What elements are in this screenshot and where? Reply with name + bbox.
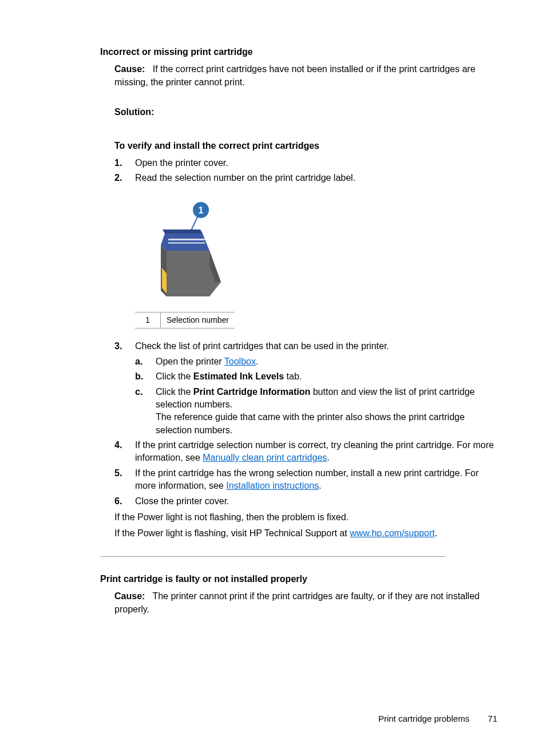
callout-text: Selection number <box>161 312 235 328</box>
step-1: 1. Open the printer cover. <box>135 157 500 169</box>
substep-c-line2: The reference guide that came with the p… <box>156 411 500 437</box>
substep-c: c. Click the Print Cartridge Information… <box>156 386 500 437</box>
step-post: . <box>319 481 321 490</box>
substep-text: Open the printer <box>156 357 224 366</box>
svg-marker-7 <box>163 229 203 233</box>
heading-faulty-cartridge: Print cartridge is faulty or not install… <box>100 573 500 585</box>
cause-text: If the correct print cartridges have not… <box>114 64 476 86</box>
substep-letter: a. <box>135 355 143 368</box>
cause-label: Cause: <box>114 64 145 74</box>
substep-b: b. Click the Estimated Ink Levels tab. <box>156 370 500 383</box>
bold-button-name: Print Cartridge Information <box>193 387 310 397</box>
page: Incorrect or missing print cartridge Cau… <box>0 0 546 756</box>
cartridge-icon: 1 <box>135 196 244 305</box>
step-number: 5. <box>114 467 122 480</box>
substep-letter: b. <box>135 370 143 383</box>
step-text: Read the selection number on the print c… <box>135 173 355 183</box>
svg-rect-8 <box>168 239 205 240</box>
substep-text: Click the <box>156 387 193 397</box>
step-number: 1. <box>114 157 122 169</box>
steps-heading: To verify and install the correct print … <box>114 140 500 152</box>
toolbox-link[interactable]: Toolbox <box>224 357 256 366</box>
substep-text: Click the <box>156 371 193 381</box>
after-para-1: If the Power light is not flashing, then… <box>114 511 500 524</box>
substep-post: . <box>256 357 258 366</box>
substep-letter: c. <box>135 386 143 398</box>
callout-table: 1 Selection number <box>135 312 235 329</box>
page-number: 71 <box>488 714 497 723</box>
cause2-text: The printer cannot print if the print ca… <box>114 591 480 613</box>
svg-rect-9 <box>168 242 205 244</box>
step-post: . <box>327 453 329 462</box>
substeps: a. Open the printer Toolbox. b. Click th… <box>135 355 500 437</box>
after2-pre: If the Power light is flashing, visit HP… <box>114 528 350 538</box>
substep-post: tab. <box>284 371 302 381</box>
svg-text:1: 1 <box>199 205 204 215</box>
step-number: 4. <box>114 439 122 452</box>
step-6: 6. Close the printer cover. <box>135 495 500 508</box>
after-para-2: If the Power light is flashing, visit HP… <box>114 527 500 540</box>
heading-incorrect-cartridge: Incorrect or missing print cartridge <box>100 46 500 58</box>
substep-a: a. Open the printer Toolbox. <box>156 355 500 368</box>
solution-label: Solution: <box>114 106 500 118</box>
step-text: Close the printer cover. <box>135 496 230 506</box>
installation-link[interactable]: Installation instructions <box>226 481 319 490</box>
callout-num: 1 <box>135 312 161 328</box>
page-footer: Print cartridge problems 71 <box>378 713 497 725</box>
hp-support-link[interactable]: www.hp.com/support <box>350 528 435 538</box>
step-text: Check the list of print cartridges that … <box>135 341 389 351</box>
cartridge-figure: 1 1 <box>135 196 500 329</box>
clean-cartridges-link[interactable]: Manually clean print cartridges <box>203 453 327 462</box>
divider <box>100 556 446 557</box>
step-2: 2. Read the selection number on the prin… <box>135 172 500 184</box>
step-number: 3. <box>114 340 122 353</box>
step-number: 2. <box>114 172 122 184</box>
step-4: 4. If the print cartridge selection numb… <box>135 439 500 465</box>
footer-text: Print cartridge problems <box>378 714 469 723</box>
cause2-label: Cause: <box>114 591 145 601</box>
step-5: 5. If the print cartridge has the wrong … <box>135 467 500 493</box>
after2-post: . <box>435 528 437 538</box>
steps-list: 1. Open the printer cover. 2. Read the s… <box>114 157 500 185</box>
cause-paragraph: Cause: If the correct print cartridges h… <box>114 63 500 89</box>
bold-tab-name: Estimated Ink Levels <box>193 371 284 381</box>
steps-list-cont: 3. Check the list of print cartridges th… <box>114 340 500 508</box>
cause2-paragraph: Cause: The printer cannot print if the p… <box>114 590 500 616</box>
step-text: Open the printer cover. <box>135 158 228 168</box>
step-number: 6. <box>114 495 122 508</box>
step-3: 3. Check the list of print cartridges th… <box>135 340 500 437</box>
